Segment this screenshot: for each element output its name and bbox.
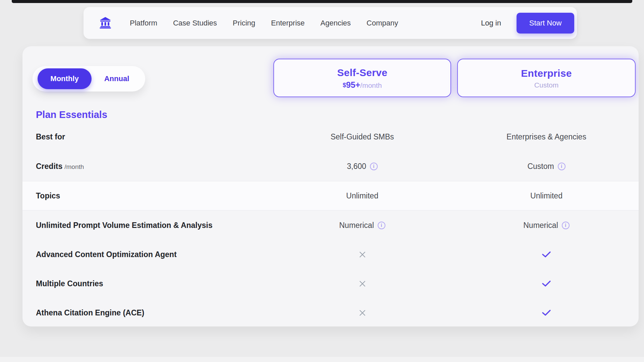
plan-card-self-serve: Self-Serve $95+/month (273, 59, 451, 97)
cross-icon (358, 250, 367, 259)
billing-toggle: Monthly Annual (33, 66, 145, 92)
check-icon (541, 251, 551, 258)
price-amount: 95+ (346, 80, 360, 89)
check-icon (541, 309, 551, 316)
pricing-table-card: Monthly Annual Self-Serve $95+/month Ent… (22, 46, 639, 326)
feature-name: Topics (36, 191, 60, 200)
feature-name: Credits/month (36, 162, 84, 171)
feature-name: Multiple Countries (36, 279, 103, 288)
feature-suffix: /month (64, 163, 84, 170)
plan-card-enterprise: Enterprise Custom (457, 59, 636, 97)
nav-links: Platform Case Studies Pricing Enterprise… (130, 19, 398, 27)
feature-row-content-optimization: Advanced Content Optimization Agent (22, 240, 639, 269)
self-serve-value (273, 269, 451, 298)
nav-item-agencies[interactable]: Agencies (320, 19, 351, 27)
self-serve-value (273, 240, 451, 269)
price-currency: $ (343, 82, 346, 88)
info-icon[interactable]: i (370, 163, 378, 170)
feature-name: Athena Citation Engine (ACE) (36, 308, 144, 317)
bottom-strip (0, 357, 644, 362)
cross-icon (358, 309, 367, 317)
feature-row-best-for: Best for Self-Guided SMBs Enterprises & … (22, 122, 639, 152)
enterprise-value: Enterprises & Agencies (457, 122, 636, 152)
toggle-monthly[interactable]: Monthly (38, 68, 92, 89)
nav-item-case-studies[interactable]: Case Studies (173, 19, 217, 27)
check-icon (541, 280, 551, 287)
self-serve-value: Numerical i (273, 210, 451, 240)
info-icon[interactable]: i (378, 222, 385, 229)
feature-row-athena-citation-engine: Athena Citation Engine (ACE) (22, 298, 639, 326)
top-dark-strip (12, 0, 632, 3)
info-icon[interactable]: i (562, 222, 570, 229)
section-title: Plan Essentials (36, 109, 107, 120)
navbar: Platform Case Studies Pricing Enterprise… (84, 7, 577, 39)
start-now-button[interactable]: Start Now (517, 13, 574, 34)
enterprise-value: Numerical i (457, 210, 636, 240)
nav-item-company[interactable]: Company (367, 19, 398, 27)
feature-row-topics: Topics Unlimited Unlimited (22, 181, 639, 210)
enterprise-value (457, 240, 636, 269)
info-icon[interactable]: i (558, 163, 566, 170)
plan-name: Enterprise (521, 68, 572, 79)
feature-name: Unlimited Prompt Volume Estimation & Ana… (36, 221, 213, 230)
feature-row-prompt-volume: Unlimited Prompt Volume Estimation & Ana… (22, 210, 639, 240)
feature-name: Advanced Content Optimization Agent (36, 250, 177, 259)
cross-icon (358, 280, 367, 288)
feature-row-credits: Credits/month 3,600 i Custom i (22, 152, 639, 181)
enterprise-value (457, 298, 636, 326)
enterprise-value: Unlimited (457, 181, 636, 210)
nav-item-enterprise[interactable]: Enterprise (271, 19, 305, 27)
logo[interactable] (99, 16, 112, 30)
temple-logo-icon (99, 16, 112, 30)
nav-item-platform[interactable]: Platform (130, 19, 157, 27)
self-serve-value: 3,600 i (273, 152, 451, 181)
plan-price-note: Custom (534, 81, 558, 88)
pricing-page: Platform Case Studies Pricing Enterprise… (0, 0, 644, 362)
feature-name: Best for (36, 132, 65, 141)
plan-name: Self-Serve (337, 67, 387, 78)
plan-price: $95+/month (343, 81, 382, 89)
self-serve-value (273, 298, 451, 326)
toggle-annual[interactable]: Annual (92, 74, 145, 83)
enterprise-value: Custom i (457, 152, 636, 181)
self-serve-value: Unlimited (273, 181, 451, 210)
nav-item-pricing[interactable]: Pricing (233, 19, 255, 27)
price-period: /month (360, 81, 382, 89)
enterprise-value (457, 269, 636, 298)
self-serve-value: Self-Guided SMBs (273, 122, 451, 152)
login-link[interactable]: Log in (481, 19, 501, 27)
feature-row-multiple-countries: Multiple Countries (22, 269, 639, 298)
